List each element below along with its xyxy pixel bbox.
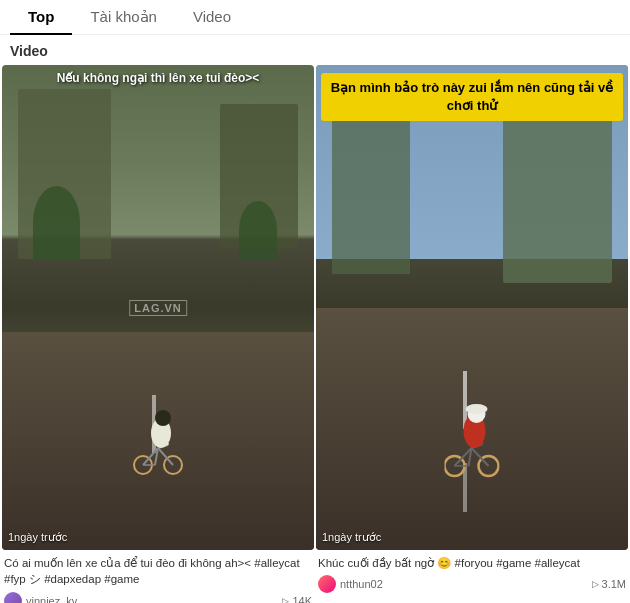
tab-video[interactable]: Video [175, 0, 249, 34]
avatar-2 [318, 575, 336, 593]
overlay-text-2: Bạn mình bảo trò này zui lắm nên cũng tả… [321, 73, 623, 121]
author-row-2: ntthun02 [318, 575, 383, 593]
timestamp-2: 1ngày trước [322, 531, 381, 544]
video-card-2[interactable]: Bạn mình bảo trò này zui lắm nên cũng tả… [316, 65, 628, 603]
author-name-2: ntthun02 [340, 578, 383, 590]
thumbnail-1: Nếu không ngại thì lên xe tui đèo>< 1ngà… [2, 65, 314, 550]
video-desc-1: Có ai muốn lên xe của để tui đèo đi khôn… [4, 555, 312, 587]
view-count-2: ▷ 3.1M [592, 578, 626, 590]
cyclist-figure-1 [133, 403, 183, 478]
cyclist-figure-2 [445, 398, 500, 478]
thumbnail-2: Bạn mình bảo trò này zui lắm nên cũng tả… [316, 65, 628, 550]
svg-point-8 [155, 410, 171, 426]
watermark-1: LAG.VN [129, 300, 187, 316]
views-1: 14K [292, 595, 312, 603]
author-name-1: yinniez_kv [26, 595, 77, 603]
video-meta-2: ntthun02 ▷ 3.1M [318, 575, 626, 593]
tab-account[interactable]: Tài khoản [72, 0, 175, 34]
timestamp-1: 1ngày trước [8, 531, 67, 544]
play-icon-2: ▷ [592, 579, 599, 589]
play-icon-1: ▷ [282, 596, 289, 603]
view-count-1: ▷ 14K [282, 595, 312, 603]
video-card-1[interactable]: Nếu không ngại thì lên xe tui đèo>< 1ngà… [2, 65, 314, 603]
overlay-text-1: Nếu không ngại thì lên xe tui đèo>< [2, 71, 314, 87]
video-info-1: Có ai muốn lên xe của để tui đèo đi khôn… [2, 550, 314, 603]
svg-point-19 [466, 404, 488, 414]
video-meta-1: yinniez_kv ▷ 14K [4, 592, 312, 603]
tab-top[interactable]: Top [10, 0, 72, 34]
video-info-2: Khúc cuối đầy bất ngờ 😊 #foryou #game #a… [316, 550, 628, 601]
video-desc-2: Khúc cuối đầy bất ngờ 😊 #foryou #game #a… [318, 555, 626, 571]
author-row-1: yinniez_kv [4, 592, 77, 603]
tab-bar: Top Tài khoản Video [0, 0, 630, 35]
section-label: Video [0, 35, 630, 65]
video-grid: Nếu không ngại thì lên xe tui đèo>< 1ngà… [0, 65, 630, 603]
avatar-1 [4, 592, 22, 603]
views-2: 3.1M [602, 578, 626, 590]
